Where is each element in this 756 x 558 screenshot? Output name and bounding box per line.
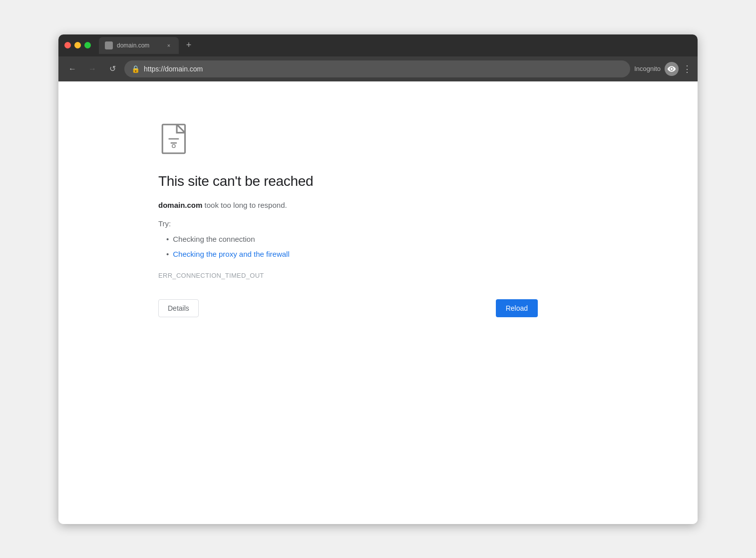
error-title: This site can't be reached	[158, 173, 538, 189]
error-container: This site can't be reached domain.com to…	[158, 121, 538, 317]
title-bar: domain.com × +	[58, 34, 698, 56]
suggestion-item-2: Checking the proxy and the firewall	[166, 247, 538, 262]
url-text: https://domain.com	[144, 65, 623, 73]
tab-bar: domain.com × +	[99, 37, 692, 54]
suggestions-list: Checking the connection Checking the pro…	[166, 232, 538, 262]
browser-tab[interactable]: domain.com ×	[99, 37, 179, 54]
incognito-label: Incognito	[634, 65, 661, 72]
page-content: This site can't be reached domain.com to…	[58, 81, 698, 524]
suggestion-item-1: Checking the connection	[166, 232, 538, 247]
details-button[interactable]: Details	[158, 299, 199, 317]
suggestion-text-1: Checking the connection	[173, 232, 255, 247]
reload-button[interactable]: ↺	[104, 61, 120, 77]
button-row: Details Reload	[158, 299, 538, 317]
back-button[interactable]: ←	[64, 61, 80, 77]
nav-bar: ← → ↺ 🔒 https://domain.com Incognito ⋮	[58, 56, 698, 81]
nav-right: Incognito ⋮	[634, 62, 692, 76]
tab-label: domain.com	[117, 42, 161, 49]
error-domain: domain.com	[158, 201, 202, 209]
error-code: ERR_CONNECTION_TIMED_OUT	[158, 272, 538, 279]
new-tab-button[interactable]: +	[182, 38, 196, 52]
lock-icon: 🔒	[131, 65, 140, 73]
menu-button[interactable]: ⋮	[683, 63, 692, 74]
forward-button[interactable]: →	[84, 61, 100, 77]
svg-point-5	[172, 144, 175, 147]
error-icon	[158, 121, 538, 158]
maximize-traffic-light[interactable]	[84, 42, 91, 48]
minimize-traffic-light[interactable]	[74, 42, 81, 48]
try-label: Try:	[158, 219, 538, 228]
proxy-firewall-link[interactable]: Checking the proxy and the firewall	[173, 247, 289, 262]
incognito-icon	[665, 62, 679, 76]
tab-close-button[interactable]: ×	[165, 41, 173, 49]
reload-button[interactable]: Reload	[496, 299, 538, 317]
error-description: domain.com took too long to respond.	[158, 199, 538, 211]
browser-window: domain.com × + ← → ↺ 🔒 https://domain.co…	[58, 34, 698, 524]
address-bar[interactable]: 🔒 https://domain.com	[124, 60, 630, 77]
error-description-rest: took too long to respond.	[202, 201, 287, 209]
close-traffic-light[interactable]	[64, 42, 71, 48]
tab-favicon	[105, 41, 113, 49]
traffic-lights	[64, 42, 91, 48]
